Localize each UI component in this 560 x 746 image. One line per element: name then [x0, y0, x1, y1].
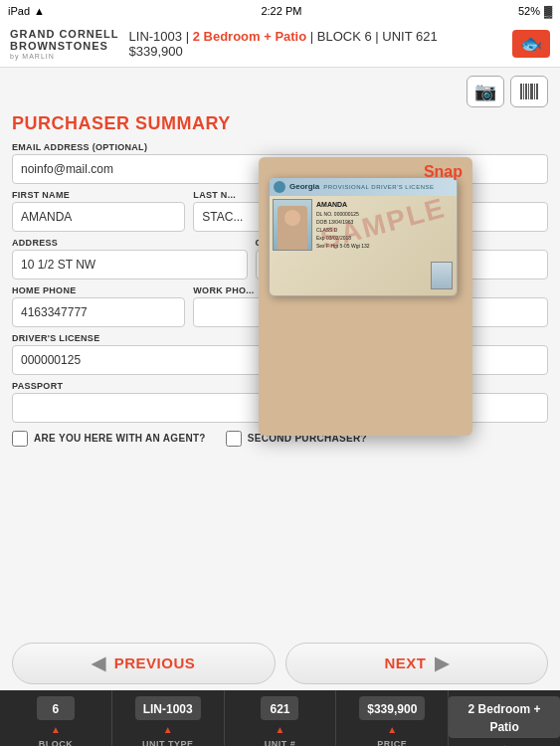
- navigation-bar: ◀ PREVIOUS NEXT ▶: [0, 637, 560, 690]
- status-left: iPad ▲: [8, 5, 45, 17]
- unit-type-arrow-icon: ▲: [163, 724, 173, 735]
- brand-logo: GRAND CORNELL BROWNSTONES by MARLIN: [10, 28, 119, 61]
- address-input[interactable]: [12, 250, 248, 280]
- unit-spec-arrow-icon: ▲: [499, 742, 509, 746]
- device-label: iPad: [8, 5, 30, 17]
- block-label: BLOCK: [39, 739, 74, 746]
- snap-label: Snap: [424, 163, 463, 181]
- home-phone-group: HOME PHONE: [12, 285, 185, 327]
- id-photo-person: [278, 206, 307, 250]
- id-photo: [273, 199, 312, 251]
- bottom-item-unit-num[interactable]: 621 ▲ UNIT #: [225, 690, 337, 746]
- unit-num-badge: 621: [261, 696, 298, 720]
- unit-spec-value: 2 Bedroom + Patio: [468, 702, 541, 734]
- battery-level: 52%: [518, 5, 540, 17]
- svg-rect-3: [528, 84, 529, 99]
- id-small-photo: [431, 262, 453, 289]
- svg-rect-2: [525, 84, 527, 99]
- svg-rect-4: [530, 84, 533, 99]
- license-input[interactable]: [12, 345, 277, 375]
- bottom-item-unit-type[interactable]: LIN-1003 ▲ UNIT TYPE: [112, 690, 225, 746]
- svg-rect-6: [536, 84, 538, 99]
- first-name-input[interactable]: [12, 202, 185, 232]
- passport-label: PASSPORT: [12, 381, 277, 391]
- address-label: ADDRESS: [12, 238, 248, 248]
- brand-name-grand: GRAND CORNELL: [10, 28, 119, 40]
- block-badge: 6: [37, 696, 75, 720]
- prev-arrow-icon: ◀: [92, 653, 106, 674]
- barcode-button[interactable]: [510, 76, 548, 107]
- unit-num-arrow-icon: ▲: [276, 724, 285, 735]
- status-time: 2:22 PM: [261, 5, 301, 17]
- id-type: PROVISIONAL DRIVER'S LICENSE: [323, 184, 434, 190]
- unit-block: BLOCK 6: [317, 29, 372, 44]
- wifi-icon: ▲: [34, 5, 45, 17]
- bottom-bar: 6 ▲ BLOCK LIN-1003 ▲ UNIT TYPE 621 ▲ UNI…: [0, 690, 560, 746]
- price-arrow-icon: ▲: [387, 724, 397, 735]
- id-overlay: Snap Georgia PROVISIONAL DRIVER'S LICENS…: [259, 157, 472, 436]
- unit-num-label: UNIT #: [265, 739, 296, 746]
- unit-type-badge: LIN-1003: [135, 696, 201, 720]
- status-bar: iPad ▲ 2:22 PM 52% ▓: [0, 0, 560, 22]
- block-value: 6: [53, 702, 60, 716]
- next-button[interactable]: NEXT ▶: [285, 643, 549, 684]
- section-title: PURCHASER SUMMARY: [12, 113, 548, 134]
- unit-title: LIN-1003 | 2 Bedroom + Patio | BLOCK 6 |…: [129, 29, 512, 44]
- previous-button[interactable]: ◀ PREVIOUS: [12, 643, 276, 684]
- home-phone-label: HOME PHONE: [12, 285, 185, 295]
- email-label: EMAIL ADDRESS (OPTIONAL): [12, 142, 548, 152]
- second-purchaser-checkbox[interactable]: [226, 431, 242, 447]
- id-card: Georgia PROVISIONAL DRIVER'S LICENSE AMA…: [269, 177, 458, 296]
- price-label: PRICE: [377, 739, 407, 746]
- unit-price: $339,900: [129, 44, 512, 59]
- state-seal: [274, 181, 285, 193]
- svg-rect-5: [534, 84, 535, 99]
- next-arrow-icon: ▶: [435, 653, 450, 674]
- block-arrow-icon: ▲: [51, 724, 61, 735]
- passport-input[interactable]: [12, 393, 277, 423]
- unit-type-value: LIN-1003: [143, 702, 193, 716]
- bottom-item-block[interactable]: 6 ▲ BLOCK: [0, 690, 112, 746]
- agent-checkbox[interactable]: [12, 431, 28, 447]
- address-group: ADDRESS: [12, 238, 248, 280]
- camera-row: 📷: [12, 76, 548, 107]
- license-label: DRIVER'S LICENSE: [12, 333, 277, 343]
- unit-type-label: UNIT TYPE: [142, 739, 194, 746]
- svg-rect-1: [523, 84, 524, 99]
- license-group: DRIVER'S LICENSE: [12, 333, 277, 375]
- camera-button[interactable]: 📷: [467, 76, 504, 107]
- agent-checkbox-item[interactable]: ARE YOU HERE WITH AN AGENT?: [12, 431, 206, 447]
- header: GRAND CORNELL BROWNSTONES by MARLIN LIN-…: [0, 22, 560, 68]
- brand-name-brownstones: BROWNSTONES: [10, 40, 119, 52]
- unit-detail: 2 Bedroom + Patio: [193, 29, 307, 44]
- agent-checkbox-label: ARE YOU HERE WITH AN AGENT?: [34, 433, 206, 444]
- svg-rect-0: [520, 84, 522, 99]
- header-unit-info: LIN-1003 | 2 Bedroom + Patio | BLOCK 6 |…: [119, 29, 512, 59]
- brand-sub: by MARLIN: [10, 53, 119, 61]
- status-right: 52% ▓: [518, 5, 552, 17]
- home-phone-input[interactable]: [12, 297, 185, 327]
- state-name: Georgia: [289, 182, 319, 191]
- main-content: 📷 PURCHASER SUMMARY EMAIL ADDRESS (OPTIO…: [0, 68, 560, 637]
- price-badge: $339,900: [359, 696, 425, 720]
- bottom-item-price[interactable]: $339,900 ▲ PRICE: [336, 690, 449, 746]
- brand-icon: 🐟: [512, 30, 550, 58]
- battery-icon: ▓: [544, 5, 552, 17]
- passport-group: PASSPORT: [12, 381, 277, 423]
- previous-label: PREVIOUS: [114, 654, 196, 671]
- unit-number: UNIT 621: [382, 29, 437, 44]
- first-name-group: FIRST NAME: [12, 190, 185, 232]
- unit-spec-badge: 2 Bedroom + Patio: [449, 696, 560, 738]
- price-value: $339,900: [367, 702, 417, 716]
- unit-num-value: 621: [270, 702, 289, 716]
- unit-id: LIN-1003: [129, 29, 182, 44]
- bottom-item-unit-spec[interactable]: 2 Bedroom + Patio ▲ UNIT SPEC: [449, 690, 560, 746]
- first-name-label: FIRST NAME: [12, 190, 185, 200]
- next-label: NEXT: [384, 654, 426, 671]
